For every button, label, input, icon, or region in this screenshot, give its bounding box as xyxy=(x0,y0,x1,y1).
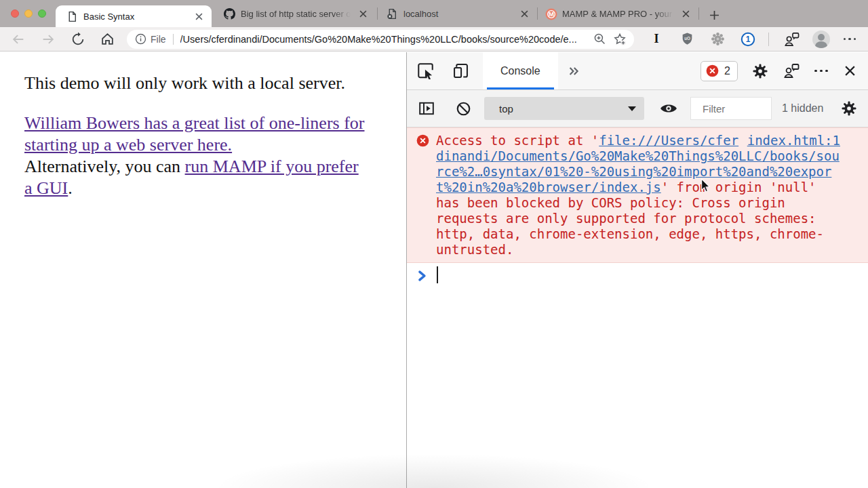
devtools-tab-bar: Console 2 xyxy=(407,52,868,90)
avatar-body xyxy=(815,41,827,48)
tab-localhost[interactable]: localhost xyxy=(380,0,534,27)
tab-close-icon[interactable] xyxy=(193,10,205,22)
svg-text:1: 1 xyxy=(746,35,751,44)
browser-menu-icon[interactable] xyxy=(844,38,856,40)
back-icon[interactable] xyxy=(9,30,27,48)
instapaper-extension-icon[interactable]: I xyxy=(648,31,665,47)
console-prompt-chevron-icon xyxy=(418,268,427,283)
error-message-text: index.html:1Access to script at 'file://… xyxy=(436,133,840,258)
svg-text:M: M xyxy=(549,10,554,18)
bookmark-star-icon[interactable] xyxy=(612,32,627,47)
address-bar[interactable]: File /Users/cferdinandi/Documents/Go%20M… xyxy=(127,30,634,49)
clear-console-icon[interactable] xyxy=(453,98,473,119)
tab-close-icon[interactable] xyxy=(357,7,369,20)
window-minimize-button[interactable] xyxy=(24,9,33,18)
tab-strip: Basic Syntax Big list of http static ser… xyxy=(0,0,868,27)
site-info-chip[interactable]: File xyxy=(135,33,166,45)
hidden-messages-button[interactable]: 1 hidden xyxy=(782,102,823,115)
mouse-cursor xyxy=(701,178,711,196)
console-settings-gear-icon[interactable] xyxy=(839,98,859,119)
javascript-context-dropdown[interactable]: top xyxy=(484,97,644,120)
tab-title: Big list of http static server on xyxy=(241,9,353,19)
profile-avatar[interactable] xyxy=(812,30,830,48)
github-favicon-icon xyxy=(224,8,235,20)
ublock-shield-icon[interactable]: uO xyxy=(679,31,695,47)
tab-separator xyxy=(698,7,699,20)
console-tab-label: Console xyxy=(500,65,540,77)
feedback-person-icon[interactable] xyxy=(781,61,802,81)
url-scheme-label: File xyxy=(151,34,166,45)
broken-file-favicon-icon xyxy=(387,8,398,20)
error-source-link[interactable]: index.html:1 xyxy=(747,133,840,148)
device-toolbar-icon[interactable] xyxy=(450,61,471,81)
console-prompt[interactable] xyxy=(407,263,868,283)
alt-text-suffix: . xyxy=(68,178,73,198)
error-count: 2 xyxy=(724,65,730,77)
extension-flower-icon[interactable] xyxy=(709,31,726,47)
filter-input[interactable] xyxy=(691,98,771,119)
inspect-element-icon[interactable] xyxy=(415,61,435,81)
page-paragraph: William Bowers has a great list of one-l… xyxy=(24,113,366,199)
traffic-lights xyxy=(11,9,46,18)
home-icon[interactable] xyxy=(98,30,116,48)
devtools-close-icon[interactable] xyxy=(840,61,860,81)
tab-separator xyxy=(537,7,538,20)
browser-toolbar: File /Users/cferdinandi/Documents/Go%20M… xyxy=(0,27,868,52)
toolbar-separator xyxy=(768,33,769,46)
console-toolbar: top 1 hidden xyxy=(407,90,868,127)
dropdown-caret-icon xyxy=(628,106,636,111)
document-favicon-icon xyxy=(66,11,78,22)
console-error-message[interactable]: index.html:1Access to script at 'file://… xyxy=(407,127,868,263)
profile-feedback-icon[interactable] xyxy=(783,31,800,47)
devtools-panel: Console 2 top xyxy=(407,52,868,488)
error-circle-icon xyxy=(706,64,719,77)
new-tab-button[interactable] xyxy=(704,6,724,24)
more-panels-chevron-icon[interactable] xyxy=(564,61,584,81)
console-sidebar-icon[interactable] xyxy=(416,98,437,119)
tab-close-icon[interactable] xyxy=(518,7,530,20)
tab-github-static-servers[interactable]: Big list of http static server on xyxy=(217,0,373,27)
alt-text-prefix: Alternatively, you can xyxy=(24,157,185,176)
error-circle-icon xyxy=(416,134,429,150)
reload-icon[interactable] xyxy=(69,30,87,48)
devtools-menu-icon[interactable] xyxy=(811,61,831,81)
tab-title: Basic Syntax xyxy=(83,12,189,22)
onepassword-icon[interactable]: 1 xyxy=(740,31,756,47)
url-text[interactable]: /Users/cferdinandi/Documents/Go%20Make%2… xyxy=(180,34,587,45)
active-tab-underline xyxy=(487,87,554,89)
svg-text:uO: uO xyxy=(684,36,690,41)
live-expression-eye-icon[interactable] xyxy=(658,98,679,119)
error-text-before-url: Access to script at ' xyxy=(436,133,599,148)
console-filter-field[interactable] xyxy=(690,97,772,120)
window-close-button[interactable] xyxy=(11,9,19,18)
context-value: top xyxy=(499,103,513,115)
text-caret xyxy=(437,266,438,283)
tab-title: MAMP & MAMP PRO - your loc xyxy=(562,9,675,19)
tab-title: localhost xyxy=(403,9,514,19)
address-separator xyxy=(173,34,174,45)
zoom-page-icon[interactable] xyxy=(592,32,607,47)
forward-icon[interactable] xyxy=(39,30,57,48)
one-liners-link[interactable]: William Bowers has a great list of one-l… xyxy=(24,113,364,155)
console-error-badge[interactable]: 2 xyxy=(701,61,738,81)
tab-separator xyxy=(377,7,378,20)
devtools-settings-gear-icon[interactable] xyxy=(750,61,770,81)
window-zoom-button[interactable] xyxy=(38,9,46,18)
page-intro-text: This demo will only work with a local se… xyxy=(24,73,366,94)
avatar-head xyxy=(818,34,825,41)
tab-basic-syntax[interactable]: Basic Syntax xyxy=(56,5,212,27)
page-content: This demo will only work with a local se… xyxy=(0,52,406,488)
tab-mamp[interactable]: M MAMP & MAMP PRO - your loc xyxy=(540,0,696,27)
tab-console[interactable]: Console xyxy=(483,52,558,89)
mamp-favicon-icon: M xyxy=(545,8,557,20)
tab-close-icon[interactable] xyxy=(679,7,692,20)
